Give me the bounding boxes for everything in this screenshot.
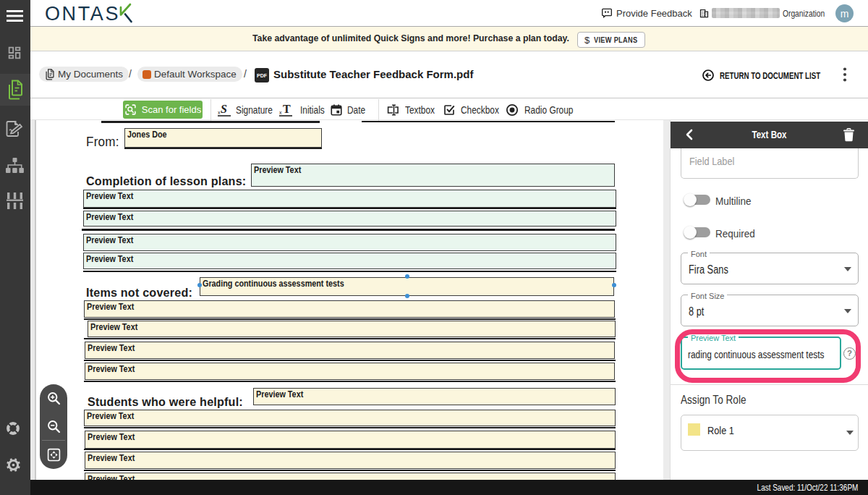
svg-text:T: T <box>283 103 291 115</box>
svg-text:x: x <box>218 110 221 115</box>
svg-text:x: x <box>279 110 282 115</box>
svg-text:S: S <box>221 103 227 115</box>
